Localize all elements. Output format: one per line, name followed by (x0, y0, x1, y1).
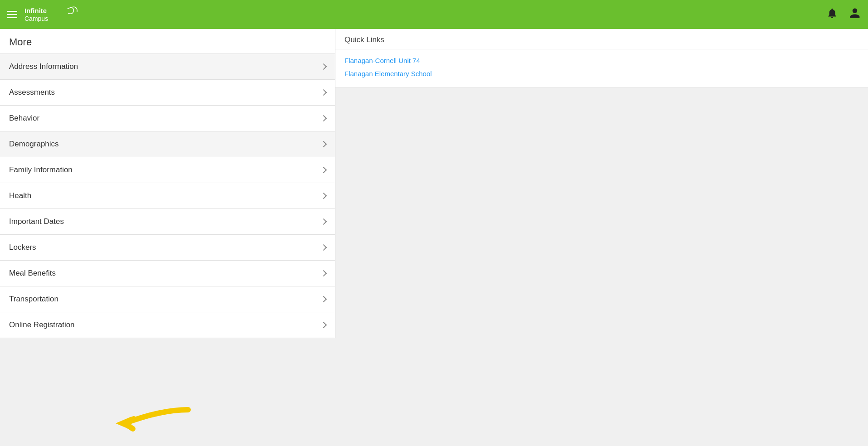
menu-item-demographics[interactable]: Demographics (0, 131, 335, 157)
topbar-left: Infinite Campus (7, 5, 79, 24)
menu-item-label-health: Health (9, 191, 31, 200)
right-panel: Quick Links Flanagan-Cornell Unit 74Flan… (335, 29, 868, 446)
left-panel: More Address InformationAssessmentsBehav… (0, 29, 335, 338)
logo-area: Infinite Campus (24, 5, 79, 24)
menu-item-behavior[interactable]: Behavior (0, 106, 335, 131)
menu-item-health[interactable]: Health (0, 183, 335, 209)
menu-item-label-lockers: Lockers (9, 243, 36, 252)
svg-text:Campus: Campus (24, 15, 48, 22)
main-wrapper: More Address InformationAssessmentsBehav… (0, 29, 868, 446)
menu-item-label-demographics: Demographics (9, 140, 59, 149)
topbar: Infinite Campus (0, 0, 868, 29)
menu-item-assessments[interactable]: Assessments (0, 80, 335, 106)
menu-item-label-online-registration: Online Registration (9, 320, 75, 330)
chevron-right-icon-lockers (320, 244, 327, 251)
chevron-right-icon-transportation (320, 296, 327, 302)
page-title: More (0, 29, 335, 54)
chevron-right-icon-address-information (320, 63, 327, 70)
user-profile-icon[interactable] (849, 7, 861, 22)
menu-item-important-dates[interactable]: Important Dates (0, 209, 335, 235)
menu-item-label-behavior: Behavior (9, 114, 39, 123)
menu-items-container: Address InformationAssessmentsBehaviorDe… (0, 54, 335, 338)
svg-marker-2 (116, 417, 131, 430)
chevron-right-icon-online-registration (320, 322, 327, 328)
logo-icon: Infinite Campus (24, 5, 79, 24)
menu-item-label-meal-benefits: Meal Benefits (9, 269, 56, 278)
quick-links-header: Quick Links (335, 29, 868, 49)
menu-item-online-registration[interactable]: Online Registration (0, 312, 335, 338)
svg-text:Infinite: Infinite (24, 7, 47, 15)
quick-links-box: Quick Links Flanagan-Cornell Unit 74Flan… (335, 29, 868, 88)
chevron-right-icon-behavior (320, 115, 327, 121)
chevron-right-icon-important-dates (320, 218, 327, 225)
menu-item-family-information[interactable]: Family Information (0, 157, 335, 183)
menu-item-label-assessments: Assessments (9, 88, 55, 97)
menu-item-lockers[interactable]: Lockers (0, 235, 335, 261)
quick-link-flanagan-elementary[interactable]: Flanagan Elementary School (344, 67, 859, 80)
quick-links-list: Flanagan-Cornell Unit 74Flanagan Element… (335, 49, 868, 87)
chevron-right-icon-meal-benefits (320, 270, 327, 276)
chevron-right-icon-health (320, 193, 327, 199)
chevron-right-icon-family-information (320, 167, 327, 173)
chevron-right-icon-assessments (320, 89, 327, 96)
menu-item-label-important-dates: Important Dates (9, 217, 64, 226)
notifications-bell-icon[interactable] (826, 7, 838, 22)
menu-item-label-family-information: Family Information (9, 165, 73, 175)
menu-item-address-information[interactable]: Address Information (0, 54, 335, 80)
arrow-annotation (68, 396, 199, 441)
chevron-right-icon-demographics (320, 141, 327, 147)
menu-item-meal-benefits[interactable]: Meal Benefits (0, 261, 335, 286)
menu-item-transportation[interactable]: Transportation (0, 286, 335, 312)
hamburger-menu-button[interactable] (7, 11, 17, 18)
topbar-right (826, 7, 861, 22)
menu-item-label-address-information: Address Information (9, 62, 78, 71)
menu-item-label-transportation: Transportation (9, 295, 58, 304)
quick-link-flanagan-cornell[interactable]: Flanagan-Cornell Unit 74 (344, 54, 859, 67)
